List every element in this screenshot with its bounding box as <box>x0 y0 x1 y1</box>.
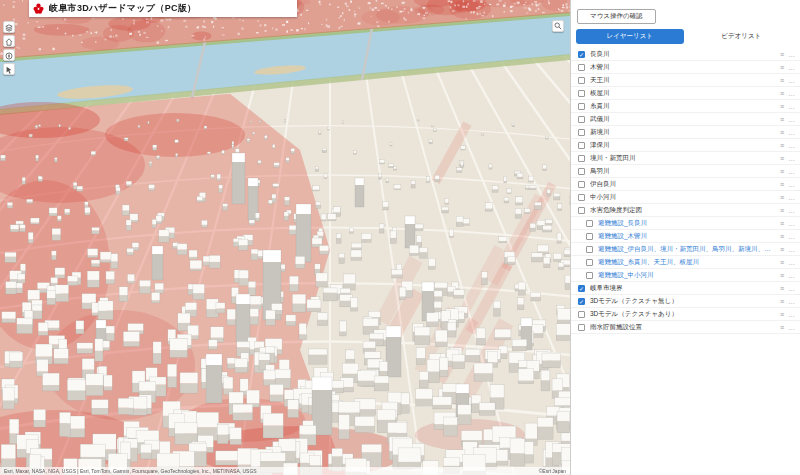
layer-row[interactable]: 天王川≡… <box>571 74 800 87</box>
legend-icon[interactable]: ≡ <box>780 51 784 58</box>
layer-row[interactable]: 避難施設_伊自良川、境川・新荒田川、鳥羽川、新境川、武儀川、津保川≡… <box>571 243 800 256</box>
more-options-icon[interactable]: … <box>788 168 795 175</box>
layer-row[interactable]: ✓岐阜市境界≡… <box>571 282 800 295</box>
more-options-icon[interactable]: … <box>788 129 795 136</box>
home-icon <box>5 34 13 49</box>
layer-checkbox[interactable] <box>586 233 593 240</box>
more-options-icon[interactable]: … <box>788 103 795 110</box>
legend-icon[interactable]: ≡ <box>780 324 784 331</box>
layer-row[interactable]: 鳥羽川≡… <box>571 165 800 178</box>
more-options-icon[interactable]: … <box>788 285 795 292</box>
layer-checkbox[interactable] <box>586 246 593 253</box>
more-options-icon[interactable]: … <box>788 77 795 84</box>
map-canvas[interactable] <box>0 0 570 475</box>
legend-icon[interactable]: ≡ <box>780 259 784 266</box>
layer-row[interactable]: 木曽川≡… <box>571 61 800 74</box>
layer-row[interactable]: 武儀川≡… <box>571 113 800 126</box>
layer-row[interactable]: ✓3Dモデル（テクスチャ無し）≡… <box>571 295 800 308</box>
mouse-help-button[interactable]: マウス操作の確認 <box>577 9 656 24</box>
layer-row[interactable]: 水害危険度判定図≡… <box>571 204 800 217</box>
layer-checkbox[interactable] <box>578 103 585 110</box>
legend-icon[interactable]: ≡ <box>780 298 784 305</box>
more-options-icon[interactable]: … <box>788 324 795 331</box>
layer-row[interactable]: 境川・新荒田川≡… <box>571 152 800 165</box>
layer-row[interactable]: 雨水貯留施設位置≡… <box>571 321 800 334</box>
layer-checkbox[interactable] <box>578 77 585 84</box>
legend-icon[interactable]: ≡ <box>780 64 784 71</box>
legend-icon[interactable]: ≡ <box>780 77 784 84</box>
more-options-icon[interactable]: … <box>788 246 795 253</box>
legend-icon[interactable]: ≡ <box>780 311 784 318</box>
layer-row[interactable]: 糸貫川≡… <box>571 100 800 113</box>
search-button[interactable] <box>552 20 564 32</box>
layer-row[interactable]: 中小河川≡… <box>571 191 800 204</box>
pointer-button[interactable] <box>3 63 15 75</box>
more-options-icon[interactable]: … <box>788 298 795 305</box>
more-options-icon[interactable]: … <box>788 142 795 149</box>
layer-checkbox[interactable] <box>578 324 585 331</box>
more-options-icon[interactable]: … <box>788 311 795 318</box>
layer-checkbox[interactable] <box>578 64 585 71</box>
layer-row[interactable]: 3Dモデル（テクスチャあり）≡… <box>571 308 800 321</box>
layer-checkbox[interactable] <box>586 220 593 227</box>
legend-icon[interactable]: ≡ <box>780 181 784 188</box>
layer-checkbox[interactable] <box>578 155 585 162</box>
layer-checkbox[interactable]: ✓ <box>578 285 585 292</box>
layer-checkbox[interactable]: ✓ <box>578 51 585 58</box>
more-options-icon[interactable]: … <box>788 51 795 58</box>
layer-checkbox[interactable] <box>578 142 585 149</box>
layer-checkbox[interactable] <box>578 181 585 188</box>
home-button[interactable] <box>3 35 15 47</box>
layer-checkbox[interactable] <box>578 129 585 136</box>
legend-icon[interactable]: ≡ <box>780 220 784 227</box>
layers-button[interactable] <box>3 21 15 33</box>
legend-icon[interactable]: ≡ <box>780 129 784 136</box>
layer-checkbox[interactable] <box>578 207 585 214</box>
layer-checkbox[interactable] <box>578 311 585 318</box>
legend-icon[interactable]: ≡ <box>780 285 784 292</box>
layer-row[interactable]: ✓長良川≡… <box>571 48 800 61</box>
legend-icon[interactable]: ≡ <box>780 90 784 97</box>
layer-row[interactable]: 避難施設_中小河川≡… <box>571 269 800 282</box>
more-options-icon[interactable]: … <box>788 155 795 162</box>
map-3d-view[interactable]: 岐阜市3Dハザードマップ（PC版） Esri, Maxar, NASA, NGA… <box>0 0 570 475</box>
layer-row[interactable]: 津保川≡… <box>571 139 800 152</box>
layer-checkbox[interactable] <box>586 272 593 279</box>
layer-checkbox[interactable] <box>578 194 585 201</box>
legend-icon[interactable]: ≡ <box>780 155 784 162</box>
layer-row[interactable]: 伊自良川≡… <box>571 178 800 191</box>
legend-icon[interactable]: ≡ <box>780 142 784 149</box>
more-options-icon[interactable]: … <box>788 181 795 188</box>
legend-icon[interactable]: ≡ <box>780 246 784 253</box>
legend-icon[interactable]: ≡ <box>780 272 784 279</box>
legend-icon[interactable]: ≡ <box>780 103 784 110</box>
more-options-icon[interactable]: … <box>788 220 795 227</box>
more-options-icon[interactable]: … <box>788 194 795 201</box>
layer-checkbox[interactable] <box>578 90 585 97</box>
layer-checkbox[interactable] <box>578 116 585 123</box>
legend-icon[interactable]: ≡ <box>780 194 784 201</box>
more-options-icon[interactable]: … <box>788 90 795 97</box>
more-options-icon[interactable]: … <box>788 64 795 71</box>
tab-layer-list[interactable]: レイヤーリスト <box>576 29 684 44</box>
layer-row[interactable]: 避難施設_木曽川≡… <box>571 230 800 243</box>
layer-row[interactable]: 避難施設_長良川≡… <box>571 217 800 230</box>
more-options-icon[interactable]: … <box>788 259 795 266</box>
layer-checkbox[interactable]: ✓ <box>578 298 585 305</box>
layer-row[interactable]: 避難施設_糸貫川、天王川、板屋川≡… <box>571 256 800 269</box>
legend-icon[interactable]: ≡ <box>780 233 784 240</box>
attribution-text: Esri, Maxar, NASA, NGA, USGS | Esri, Tom… <box>4 468 257 474</box>
more-options-icon[interactable]: … <box>788 116 795 123</box>
tab-video-list[interactable]: ビデオリスト <box>688 29 796 44</box>
more-options-icon[interactable]: … <box>788 207 795 214</box>
legend-icon[interactable]: ≡ <box>780 168 784 175</box>
layer-row[interactable]: 新境川≡… <box>571 126 800 139</box>
more-options-icon[interactable]: … <box>788 233 795 240</box>
more-options-icon[interactable]: … <box>788 272 795 279</box>
layer-checkbox[interactable] <box>586 259 593 266</box>
legend-icon[interactable]: ≡ <box>780 207 784 214</box>
layer-checkbox[interactable] <box>578 168 585 175</box>
legend-icon[interactable]: ≡ <box>780 116 784 123</box>
layer-row[interactable]: 板屋川≡… <box>571 87 800 100</box>
compass-button[interactable] <box>3 49 15 61</box>
